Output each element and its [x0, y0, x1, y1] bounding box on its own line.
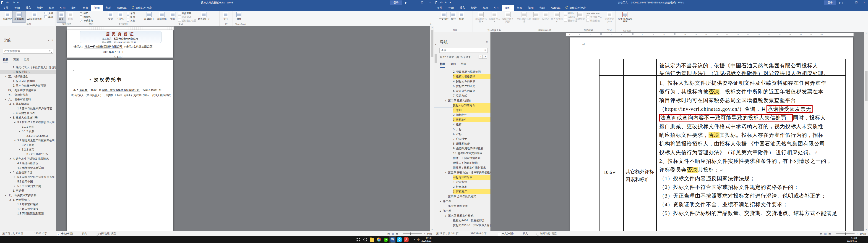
nav-item[interactable]: 1. 法定代表人（单位负责人）身份证明 — [0, 65, 56, 70]
nav-item[interactable]: 四、 商务和技术偏差表 — [0, 88, 56, 92]
print-layout-icon[interactable]: ▥ — [824, 232, 827, 235]
tab-布局[interactable]: 布局 — [45, 5, 57, 11]
checkbox-网格线[interactable]: 网格线 — [79, 15, 94, 19]
nav-item[interactable]: 投标人须知前附表 — [434, 103, 491, 108]
ribbon-button-拆分[interactable]: 拆分 — [168, 11, 177, 22]
read-mode-icon[interactable]: ▤ — [388, 232, 390, 235]
ribbon-button-页面视图[interactable]: 页面视图 — [12, 11, 25, 22]
expand-open-icon[interactable]: ◢ — [9, 115, 11, 120]
scroll-up-icon[interactable]: ▲ — [864, 33, 868, 35]
nav-item[interactable]: ◢3.2 湖北凤巢重工科技有限公司 — [0, 138, 56, 143]
zoom-in-button[interactable]: + — [424, 232, 425, 235]
nav-item[interactable]: ◢六、 资格审查资料 — [0, 97, 56, 102]
ribbon-display-options-icon[interactable]: ^ — [837, 0, 845, 5]
taskbar-clock-2[interactable]: 14:382025/8/11 — [847, 237, 857, 242]
nav-tab-标题[interactable]: 标题 — [3, 58, 8, 63]
nav-item[interactable]: 8. 纪律和监督 — [434, 141, 491, 146]
nav-item[interactable]: 1.3 丙烯酸聚氨酯面漆 — [0, 211, 56, 216]
expand-open-icon[interactable]: ◢ — [440, 199, 441, 204]
taskbar-icon-explorer[interactable] — [369, 236, 375, 243]
nav-item[interactable]: 附件一：问题澄清通知 — [434, 156, 491, 161]
zoom-out-button[interactable]: − — [833, 232, 834, 235]
nav-item[interactable]: ◢3.1.2 发票 — [0, 129, 56, 134]
undo-icon[interactable]: ↶ ˬ — [6, 0, 10, 5]
accessibility-status[interactable]: i辅助功能: 调查 — [536, 231, 557, 236]
print-layout-icon[interactable]: ▥ — [392, 232, 394, 235]
tab-Acrobat[interactable]: Acrobat — [114, 5, 129, 11]
nav-item[interactable]: ◢3.1 杭州建工集团有限责任公司 — [0, 120, 56, 125]
ribbon-button-大纲[interactable]: 大纲 — [43, 11, 54, 15]
nav-item[interactable]: 附件二：问题的澄清 — [434, 161, 491, 165]
ribbon-button-阅读视图[interactable]: 阅读视图 — [2, 11, 12, 22]
nav-item[interactable]: 5. 开标 — [434, 127, 491, 132]
expand-open-icon[interactable]: ◢ — [9, 102, 11, 106]
taskbar-icon-qq[interactable]: Q — [396, 236, 403, 243]
checkbox-标尺[interactable]: ✓标尺 — [79, 11, 94, 15]
nav-item[interactable]: 1.2 环云铁中间漆 — [0, 207, 56, 211]
ribbon-button-并排查看[interactable]: 并排查看 — [177, 11, 197, 15]
nav-item[interactable]: ◢第二卷 — [434, 199, 491, 204]
tab-审阅[interactable]: 审阅 — [80, 5, 91, 11]
tab-引用[interactable]: 引用 — [57, 5, 68, 11]
nav-item[interactable]: 7. 合同授予 — [434, 137, 491, 141]
tab-插入[interactable]: 插入 — [457, 5, 468, 11]
nav-tab-页面[interactable]: 页面 — [450, 62, 456, 67]
zoom-percentage[interactable]: 100% — [860, 232, 866, 235]
nav-item[interactable]: ◢第二章 投标人须知 — [434, 98, 491, 103]
nav-item[interactable]: ▷5.1 国家企业信用信息公示系统 — [0, 175, 56, 179]
tab-开始[interactable]: 开始 — [445, 5, 457, 11]
previous-result-button[interactable]: ▲ — [478, 55, 483, 59]
taskbar-icon-acrobat[interactable]: A — [403, 236, 410, 243]
qat-customize-icon[interactable]: ▾ — [450, 0, 451, 5]
nav-tab-标题[interactable]: 标题 — [440, 62, 445, 68]
nav-pane-close-icon[interactable]: × — [52, 38, 53, 42]
nav-item[interactable]: 3. 投标文件 — [434, 117, 491, 122]
expand-closed-icon[interactable]: ▷ — [14, 184, 15, 188]
expand-open-icon[interactable]: ◢ — [444, 170, 446, 175]
tab-文件[interactable]: 文件 — [434, 5, 445, 11]
expand-open-icon[interactable]: ◢ — [9, 197, 11, 202]
ribbon-button-多页[interactable]: 多页 — [126, 15, 136, 19]
web-layout-icon[interactable]: ▦ — [829, 232, 831, 235]
ime-indicator[interactable]: 中 — [417, 238, 420, 241]
ribbon-button-中文信封[interactable]: 中文信封 — [438, 11, 449, 29]
nav-item[interactable]: 2. 近年财务状况表 — [0, 111, 56, 115]
nav-item[interactable]: 五、 分项报价表 — [0, 92, 56, 97]
minimize-button[interactable]: — — [845, 0, 852, 5]
ribbon-button-信封[interactable]: 信封 — [449, 11, 457, 29]
nav-item[interactable]: 7. 联系方式 — [434, 93, 491, 98]
nav-item[interactable]: 3. 评标程序 — [434, 189, 491, 194]
nav-item[interactable]: 4. 招标文件的获取 — [434, 79, 491, 84]
nav-scroll-up-icon[interactable]: ▲ — [434, 43, 437, 45]
nav-tab-结果[interactable]: 结果 — [24, 58, 29, 62]
expand-open-icon[interactable]: ◢ — [5, 97, 6, 102]
expand-open-icon[interactable]: ◢ — [9, 170, 11, 175]
tab-帮助[interactable]: 帮助 — [536, 5, 548, 11]
insert-mode[interactable]: 插入 — [523, 231, 528, 236]
checkbox-导航窗格[interactable]: ✓导航窗格 — [79, 19, 94, 22]
nav-item[interactable]: ◢3. 投标人业绩统计表 — [0, 115, 56, 120]
nav-item[interactable]: ◢4. 近年发生的诉讼及仲裁情况 — [0, 157, 56, 161]
taskbar-icon-start[interactable] — [355, 236, 362, 243]
close-button[interactable]: × — [426, 0, 434, 5]
nav-item[interactable]: 9. 是否采用电子招标投标 — [434, 146, 491, 151]
proofing-status[interactable]: ✓中文(中国) — [498, 231, 514, 236]
ribbon-button-宏[interactable]: 宏 ▾ — [221, 11, 230, 22]
nav-item[interactable]: 2. 招标文件 — [434, 113, 491, 117]
nav-item[interactable]: 6. 承诺书 — [0, 188, 56, 193]
nav-item[interactable]: 第四章 合同条款及格式 — [434, 194, 491, 199]
vertical-scrollbar[interactable]: ▲ ▼ — [864, 32, 868, 231]
zoom-slider[interactable] — [403, 234, 422, 234]
ribbon-button-垂直[interactable]: 垂直 — [57, 11, 66, 22]
taskbar-icon-word[interactable]: W — [389, 236, 396, 243]
nav-item[interactable]: ◢第三章 评标办法（经评审的最低投标价法） — [434, 170, 491, 175]
nav-search-input[interactable] — [3, 49, 53, 54]
clear-search-icon[interactable]: × — [485, 49, 486, 51]
expand-open-icon[interactable]: ◢ — [14, 138, 15, 143]
title-bar[interactable]: ↶ ˬ ↻ ▾ 投标文件完整版.docx - Word 登录 ^ — ❐ × — [0, 0, 434, 5]
nav-item[interactable]: ◢3.2.2 发票 — [0, 147, 56, 152]
nav-item[interactable]: 第五章 供货要求 — [434, 204, 491, 209]
nav-item[interactable]: 3.1.2.1 02056903 — [0, 134, 56, 138]
ribbon-button-单页[interactable]: 单页 — [126, 11, 136, 15]
nav-item[interactable]: 4. 投标 — [434, 122, 491, 127]
